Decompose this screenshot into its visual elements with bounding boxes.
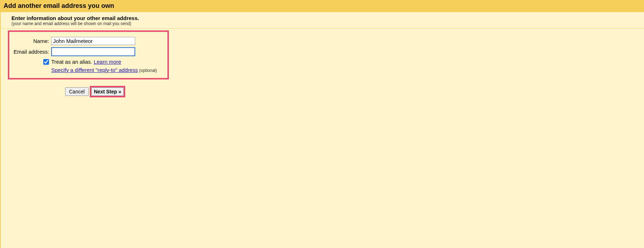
form-highlight-box: Name: Email address: Treat [8,30,169,79]
sub-header: Enter information about your other email… [1,12,644,29]
row-name: Name: [14,37,157,45]
dialog-header: Add another email address you own [0,0,644,12]
email-label: Email address: [14,47,50,56]
alias-text: Treat as an alias. [51,59,94,65]
optional-label: (optional) [138,68,157,73]
next-highlight: Next Step » [90,86,125,97]
learn-more-link[interactable]: Learn more [94,59,121,65]
next-step-button[interactable]: Next Step » [91,87,123,96]
dialog-title: Add another email address you own [4,2,114,9]
sub-note: (your name and email address will be sho… [11,21,644,26]
reply-to-link[interactable]: Specify a different "reply-to" address [51,67,138,73]
row-reply-to: Specify a different "reply-to" address (… [14,67,157,73]
cancel-button[interactable]: Cancel [65,87,89,96]
name-input[interactable] [51,37,135,45]
form-table: Name: Email address: Treat [12,35,158,75]
name-label: Name: [14,37,50,45]
row-alias: Treat as an alias. Learn more [14,58,157,65]
alias-checkbox[interactable] [43,59,49,65]
email-input[interactable] [51,47,135,56]
form-wrapper: Name: Email address: Treat [1,29,644,97]
content-area: Enter information about your other email… [0,12,644,248]
buttons-row: Cancel Next Step » [8,86,644,97]
row-email: Email address: [14,47,157,56]
sub-title: Enter information about your other email… [11,15,644,21]
